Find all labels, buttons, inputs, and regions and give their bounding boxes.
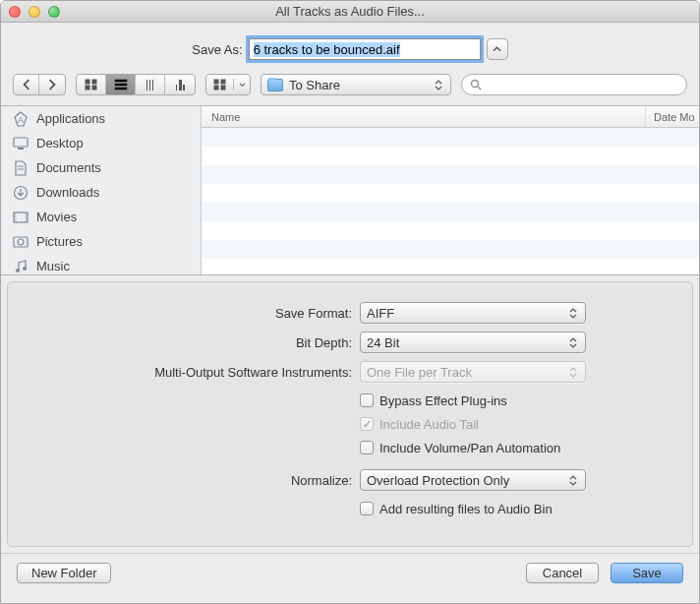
icon-view-button[interactable] <box>77 75 106 94</box>
svg-rect-9 <box>214 86 218 90</box>
forward-button[interactable] <box>39 75 65 94</box>
include-volpan-label: Include Volume/Pan Automation <box>379 441 560 455</box>
bypass-row: Bypass Effect Plug-ins <box>31 391 669 412</box>
new-folder-button[interactable]: New Folder <box>17 563 111 583</box>
multi-output-row: Multi-Output Software Instruments: One F… <box>31 361 669 383</box>
svg-rect-7 <box>214 80 218 84</box>
list-item <box>202 221 699 240</box>
svg-rect-6 <box>115 88 127 90</box>
sidebar-item-movies[interactable]: Movies <box>1 205 201 229</box>
file-list-body[interactable] <box>202 128 699 274</box>
list-item <box>202 128 699 147</box>
stepper-icon <box>566 337 579 348</box>
apps-icon: A <box>13 111 29 127</box>
sidebar-item-label: Pictures <box>36 234 83 249</box>
sidebar-item-label: Applications <box>36 111 105 126</box>
pictures-icon <box>13 234 29 250</box>
include-tail-label: Include Audio Tail <box>379 417 479 432</box>
svg-rect-14 <box>14 138 28 147</box>
desktop-icon <box>13 136 29 151</box>
browser-toolbar: To Share <box>1 74 699 106</box>
sidebar-item-label: Desktop <box>36 136 84 151</box>
save-button[interactable]: Save <box>611 563 683 583</box>
save-as-row: Save As: <box>1 23 699 74</box>
stepper-icon <box>432 80 444 91</box>
bit-depth-label: Bit Depth: <box>31 335 360 350</box>
svg-rect-3 <box>92 86 96 90</box>
column-date[interactable]: Date Mo <box>646 106 699 127</box>
column-view-button[interactable] <box>136 75 165 94</box>
svg-rect-0 <box>86 80 89 84</box>
save-as-label: Save As: <box>192 42 242 57</box>
coverflow-view-button[interactable] <box>165 75 195 94</box>
column-name[interactable]: Name <box>202 106 646 127</box>
options-panel: Save Format: AIFF Bit Depth: 24 Bit <box>7 281 693 547</box>
sidebar-item-label: Music <box>36 259 70 273</box>
include-tail-checkbox <box>360 417 374 431</box>
search-field[interactable] <box>461 74 687 95</box>
stepper-icon <box>566 367 579 378</box>
include-volpan-row: Include Volume/Pan Automation <box>31 438 669 459</box>
arrange-popup[interactable] <box>205 74 251 95</box>
nav-back-forward <box>13 74 66 95</box>
movies-icon <box>13 210 29 225</box>
search-input[interactable] <box>486 78 678 91</box>
location-popup[interactable]: To Share <box>261 74 451 95</box>
svg-rect-1 <box>92 80 96 84</box>
list-item <box>202 165 699 184</box>
normalize-row: Normalize: Overload Protection Only <box>31 469 669 491</box>
svg-rect-10 <box>221 86 225 90</box>
svg-point-25 <box>23 267 27 271</box>
file-browser: A Applications Desktop Documents Downloa… <box>1 106 699 275</box>
include-tail-row: Include Audio Tail <box>31 414 669 436</box>
stepper-icon <box>566 308 579 319</box>
normalize-label: Normalize: <box>31 473 360 488</box>
back-button[interactable] <box>14 75 39 94</box>
svg-rect-21 <box>26 212 29 222</box>
svg-rect-4 <box>115 80 127 82</box>
list-view-button[interactable] <box>106 75 136 94</box>
sidebar-item-documents[interactable]: Documents <box>1 155 201 180</box>
include-volpan-checkbox[interactable] <box>360 441 374 454</box>
svg-point-23 <box>18 239 24 245</box>
sidebar-item-desktop[interactable]: Desktop <box>1 131 201 155</box>
collapse-panel-button[interactable] <box>487 38 508 60</box>
list-item <box>202 203 699 221</box>
bypass-effects-checkbox[interactable] <box>360 393 374 407</box>
add-to-bin-checkbox[interactable] <box>360 502 374 515</box>
list-item <box>202 240 699 259</box>
location-label: To Share <box>289 78 426 92</box>
folder-icon <box>267 79 283 91</box>
list-item <box>202 184 699 203</box>
save-format-popup[interactable]: AIFF <box>360 302 586 324</box>
view-mode-group <box>76 74 196 95</box>
svg-rect-8 <box>221 80 225 84</box>
window-title: All Tracks as Audio Files... <box>1 4 699 19</box>
normalize-popup[interactable]: Overload Protection Only <box>360 469 586 491</box>
file-list-header: Name Date Mo <box>202 106 699 128</box>
list-item <box>202 259 699 274</box>
titlebar: All Tracks as Audio Files... <box>1 1 699 23</box>
sidebar-item-label: Downloads <box>36 185 99 200</box>
bypass-effects-label: Bypass Effect Plug-ins <box>379 393 507 408</box>
bit-depth-row: Bit Depth: 24 Bit <box>31 332 669 353</box>
svg-rect-5 <box>115 84 127 86</box>
stepper-icon <box>566 475 579 486</box>
file-list: Name Date Mo <box>202 106 699 274</box>
svg-point-24 <box>16 269 20 272</box>
sidebar-item-applications[interactable]: A Applications <box>1 106 201 131</box>
sidebar-item-pictures[interactable]: Pictures <box>1 229 201 254</box>
sidebar-item-downloads[interactable]: Downloads <box>1 180 201 205</box>
downloads-icon <box>13 185 29 201</box>
export-dialog: All Tracks as Audio Files... Save As: <box>0 0 700 604</box>
sidebar-item-music[interactable]: Music <box>1 254 201 274</box>
svg-rect-2 <box>86 86 89 90</box>
footer: New Folder Cancel Save <box>1 553 699 592</box>
svg-text:A: A <box>18 115 24 125</box>
sidebar-item-label: Movies <box>36 210 77 224</box>
bit-depth-popup[interactable]: 24 Bit <box>360 332 586 353</box>
svg-point-11 <box>472 81 479 88</box>
cancel-button[interactable]: Cancel <box>526 563 599 583</box>
sidebar: A Applications Desktop Documents Downloa… <box>1 106 202 274</box>
filename-input[interactable] <box>249 38 481 60</box>
